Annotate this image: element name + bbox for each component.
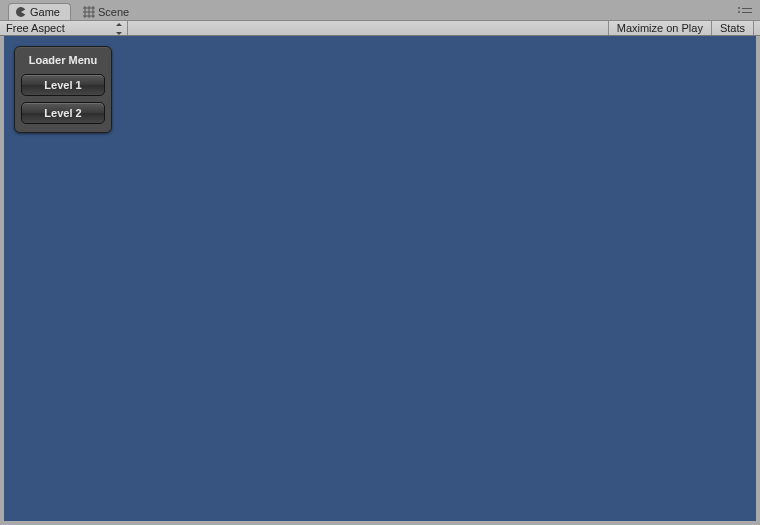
tab-game-label: Game [30,6,60,18]
aspect-dropdown[interactable]: Free Aspect [0,21,128,35]
tab-game[interactable]: Game [8,3,71,20]
panel-menu-icon[interactable] [738,5,752,15]
maximize-label: Maximize on Play [617,22,703,34]
stats-button[interactable]: Stats [712,21,754,35]
loader-menu-title: Loader Menu [21,51,105,72]
tab-scene-label: Scene [98,6,129,18]
loader-menu-panel: Loader Menu Level 1 Level 2 [14,46,112,133]
game-viewport: Loader Menu Level 1 Level 2 [4,36,756,521]
toolbar-end [754,21,760,35]
toolbar-spacer [128,21,609,35]
updown-icon [115,23,122,35]
level-2-button[interactable]: Level 2 [21,102,105,124]
level-1-button[interactable]: Level 1 [21,74,105,96]
maximize-on-play-button[interactable]: Maximize on Play [609,21,712,35]
game-toolbar: Free Aspect Maximize on Play Stats [0,20,760,36]
grid-icon [83,6,95,18]
aspect-label: Free Aspect [6,22,65,34]
pacman-icon [15,6,27,18]
tab-scene[interactable]: Scene [77,3,139,20]
stats-label: Stats [720,22,745,34]
tab-strip: Game Scene [0,0,760,20]
